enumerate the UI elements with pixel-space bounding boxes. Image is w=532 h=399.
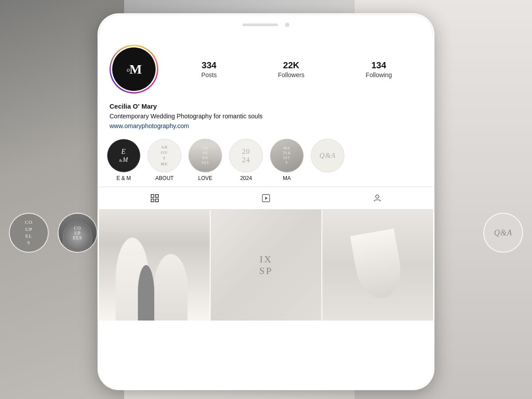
phone-frame: oM 334 Posts 22K Followers 134 [98,13,434,390]
svg-point-6 [376,195,379,198]
grid-photo-3[interactable] [322,210,433,321]
avatar-inner: oM [111,46,157,92]
highlight-about[interactable]: ABOUTME ABOUT [148,139,181,181]
highlights-container: E &M E & M ABOUTME ABOUT [99,135,433,187]
followers-label: Followers [278,71,305,78]
svg-rect-3 [155,199,158,202]
profile-header: oM 334 Posts 22K Followers 134 [99,36,433,99]
highlight-qa[interactable]: Q&A [311,139,344,181]
profile-content: oM 334 Posts 22K Followers 134 [99,36,433,389]
outside-stories-right: Q&A [483,213,523,253]
profile-name: Cecilia O' Mary [110,102,422,110]
bio-text: Contemporary Wedding Photography for rom… [110,112,422,121]
highlight-2024[interactable]: 2024 2024 [229,139,263,181]
grid-photo-1[interactable] [99,210,210,321]
svg-rect-0 [151,195,153,197]
following-label: Following [366,71,392,78]
highlight-circle-qa: Q&A [311,139,344,172]
svg-rect-2 [151,199,153,202]
highlight-label-2024: 2024 [240,175,252,181]
photo-grid: IXSP [99,210,433,321]
highlight-label-em: E & M [117,175,131,181]
outside-story-couples-text[interactable]: COUPELS [9,213,49,253]
stat-followers[interactable]: 22K Followers [278,60,305,78]
highlight-em[interactable]: E &M E & M [107,139,141,181]
stats-section: 334 Posts 22K Followers 134 Following [171,56,422,82]
highlight-circle-em: E &M [107,139,141,172]
avatar-wrapper[interactable]: oM [110,45,158,94]
tab-bar [99,187,433,210]
avatar-logo: oM [127,63,141,76]
highlights-section: E &M E & M ABOUTME ABOUT [99,135,433,187]
svg-marker-5 [265,196,268,200]
bio-section: Cecilia O' Mary Contemporary Wedding Pho… [99,99,433,135]
highlight-circle-ma: MATERNITY [270,139,304,172]
phone-speaker [243,23,278,26]
followers-count: 22K [283,60,300,70]
phone-camera [285,23,289,27]
highlight-circle-about: ABOUTME [148,139,181,172]
tab-reels[interactable] [260,192,272,204]
phone-top-bar [243,23,289,27]
outside-story-couples-photo[interactable]: COUPELS [58,213,98,253]
posts-count: 334 [202,60,216,70]
tab-tagged[interactable] [372,192,383,204]
stat-following[interactable]: 134 Following [366,60,392,78]
highlight-circle-love: LOVENOTES [188,139,222,172]
stat-posts[interactable]: 334 Posts [201,60,217,78]
highlight-ma[interactable]: MATERNITY MA [270,139,304,181]
following-count: 134 [372,60,386,70]
grid-photo-2[interactable]: IXSP [211,210,321,321]
outside-stories-left: COUPELS COUPELS [0,213,98,253]
highlight-label-about: ABOUT [155,175,173,181]
svg-rect-1 [155,195,158,197]
tab-grid[interactable] [149,192,160,204]
highlight-label-ma: MA [283,175,291,181]
bio-link[interactable]: www.omaryphotography.com [110,122,189,129]
highlight-love[interactable]: LOVENOTES LOVE [188,139,222,181]
highlight-circle-2024: 2024 [229,139,263,172]
posts-label: Posts [201,71,217,78]
outside-story-qa[interactable]: Q&A [483,213,523,253]
avatar: oM [112,47,156,91]
avatar-ring: oM [110,45,158,94]
highlight-label-love: LOVE [198,175,212,181]
